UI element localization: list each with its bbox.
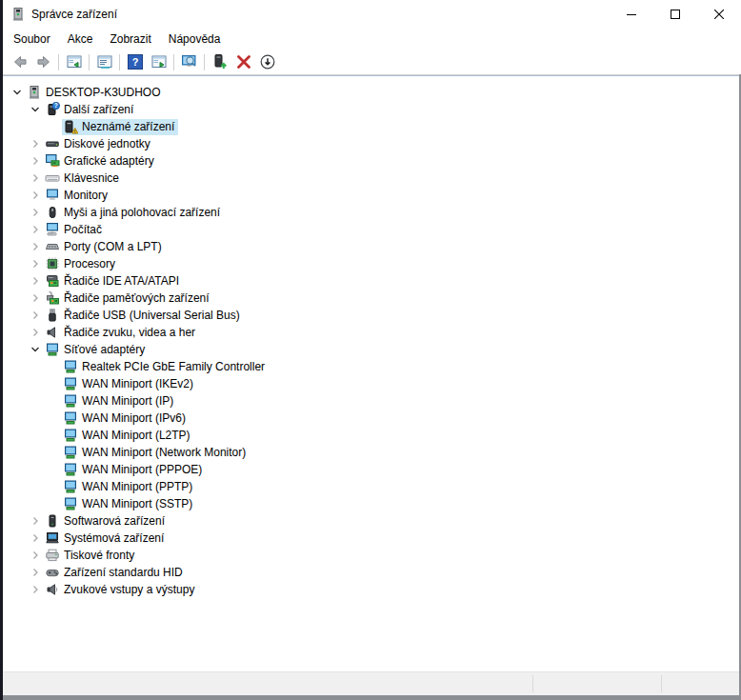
help-button[interactable]: ? xyxy=(123,50,147,73)
chevron-collapsed-icon[interactable] xyxy=(27,547,44,564)
tree-item-mysi-a-jina-polohovaci-zarizeni[interactable]: Myši a jiná polohovací zařízení xyxy=(3,204,741,221)
row-content[interactable]: Diskové jednotky xyxy=(44,136,154,152)
chevron-collapsed-icon[interactable] xyxy=(27,170,44,187)
chevron-collapsed-icon[interactable] xyxy=(27,564,44,581)
scan-hardware-changes-button[interactable] xyxy=(177,50,201,73)
tree-item-desktop-k3udhoo[interactable]: DESKTOP-K3UDHOO xyxy=(3,84,741,101)
row-content[interactable]: Procesory xyxy=(44,256,119,272)
tree-item-klavesnice[interactable]: Klávesnice xyxy=(3,170,741,187)
menu-zobrazit[interactable]: Zobrazit xyxy=(101,30,159,49)
row-content[interactable]: ?Další zařízení xyxy=(44,102,137,118)
tree-item-radice-usb[interactable]: Řadiče USB (Universal Serial Bus) xyxy=(3,307,741,324)
tree-item-wan-miniport-pppoe[interactable]: WAN Miniport (PPPOE) xyxy=(3,461,741,478)
row-content[interactable]: Systémová zařízení xyxy=(44,530,168,547)
row-content[interactable]: Řadiče IDE ATA/ATAPI xyxy=(44,273,183,290)
update-driver-button[interactable] xyxy=(208,50,231,73)
tree-item-label: WAN Miniport (IP) xyxy=(81,393,176,409)
row-content[interactable]: WAN Miniport (IP) xyxy=(62,393,177,410)
tree-item-monitory[interactable]: Monitory xyxy=(3,187,741,204)
tree-item-systemova-zarizeni[interactable]: Systémová zařízení xyxy=(3,530,741,547)
tree-item-softwarova-zarizeni[interactable]: Softwarová zařízení xyxy=(3,512,741,530)
row-content[interactable]: Zvukové vstupy a výstupy xyxy=(44,582,198,598)
row-content[interactable]: WAN Miniport (L2TP) xyxy=(62,428,194,444)
uninstall-device-button[interactable] xyxy=(231,50,255,73)
menu-soubor[interactable]: Soubor xyxy=(5,30,59,49)
close-button[interactable] xyxy=(697,0,741,29)
tree-item-wan-miniport-pptp[interactable]: WAN Miniport (PPTP) xyxy=(3,478,741,495)
tree-item-wan-miniport-l2tp[interactable]: WAN Miniport (L2TP) xyxy=(3,427,741,444)
row-content[interactable]: Monitory xyxy=(44,188,111,204)
chevron-collapsed-icon[interactable] xyxy=(27,135,44,152)
tree-item-radice-zvuku-videa-a-her[interactable]: Řadiče zvuku, videa a her xyxy=(3,324,741,341)
tree-item-radice-ide-ata-atapi[interactable]: Řadiče IDE ATA/ATAPI xyxy=(3,272,741,290)
tree-item-realtek-pcie-gbe-family-controller[interactable]: Realtek PCIe GbE Family Controller xyxy=(3,358,741,375)
row-content[interactable]: DESKTOP-K3UDHOO xyxy=(26,85,164,101)
row-content[interactable]: Porty (COM a LPT) xyxy=(44,239,166,255)
tree-item-porty-com-a-lpt[interactable]: Porty (COM a LPT) xyxy=(3,238,741,255)
tree-item-sitove-adaptery[interactable]: Síťové adaptéry xyxy=(3,341,741,358)
tree-item-procesory[interactable]: Procesory xyxy=(3,255,741,272)
chevron-collapsed-icon[interactable] xyxy=(27,204,44,221)
row-content[interactable]: Zařízení standardu HID xyxy=(44,565,187,581)
chevron-expanded-icon[interactable] xyxy=(9,84,26,101)
chevron-collapsed-icon[interactable] xyxy=(27,530,44,547)
sound-icon xyxy=(45,325,60,340)
tree-item-wan-miniport-ip[interactable]: WAN Miniport (IP) xyxy=(3,392,741,410)
row-content[interactable]: Softwarová zařízení xyxy=(44,513,169,530)
row-content[interactable]: Grafické adaptéry xyxy=(44,153,158,170)
chevron-collapsed-icon[interactable] xyxy=(27,324,44,341)
chevron-collapsed-icon[interactable] xyxy=(27,290,44,307)
row-content[interactable]: Řadiče zvuku, videa a her xyxy=(44,325,199,341)
row-content[interactable]: WAN Miniport (IKEv2) xyxy=(62,376,197,392)
tree-item-tiskove-fronty[interactable]: Tiskové fronty xyxy=(3,547,741,564)
row-content[interactable]: Realtek PCIe GbE Family Controller xyxy=(62,359,269,375)
disable-device-button[interactable] xyxy=(255,50,279,73)
tree-item-graficke-adaptery[interactable]: Grafické adaptéry xyxy=(3,152,741,170)
tree-item-zarizeni-standardu-hid[interactable]: Zařízení standardu HID xyxy=(3,564,741,581)
tree-item-dalsi-zarizeni[interactable]: ?Další zařízení xyxy=(3,101,741,118)
toolbar-separator xyxy=(58,54,59,70)
row-content[interactable]: WAN Miniport (IPv6) xyxy=(62,410,190,427)
chevron-collapsed-icon[interactable] xyxy=(27,307,44,324)
tree-item-radice-pametovych-zarizeni[interactable]: Řadiče paměťových zařízení xyxy=(3,290,741,307)
row-content[interactable]: WAN Miniport (PPPOE) xyxy=(62,462,206,478)
row-content[interactable]: WAN Miniport (SSTP) xyxy=(62,496,196,512)
chevron-collapsed-icon[interactable] xyxy=(27,187,44,204)
row-content[interactable]: Síťové adaptéry xyxy=(44,342,149,358)
row-content[interactable]: Řadiče USB (Universal Serial Bus) xyxy=(44,308,244,324)
maximize-button[interactable] xyxy=(653,0,697,29)
chevron-expanded-icon[interactable] xyxy=(27,341,44,358)
chevron-collapsed-icon[interactable] xyxy=(27,581,44,598)
chevron-collapsed-icon[interactable] xyxy=(27,255,44,272)
chevron-collapsed-icon[interactable] xyxy=(27,152,44,170)
row-content[interactable]: WAN Miniport (PPTP) xyxy=(62,479,196,495)
chevron-expanded-icon[interactable] xyxy=(27,101,44,118)
chevron-collapsed-icon[interactable] xyxy=(27,512,44,530)
minimize-button[interactable] xyxy=(610,0,653,29)
row-content[interactable]: Myši a jiná polohovací zařízení xyxy=(44,205,224,221)
row-content[interactable]: WAN Miniport (Network Monitor) xyxy=(62,445,250,461)
properties-button[interactable] xyxy=(92,50,116,73)
chevron-collapsed-icon[interactable] xyxy=(27,272,44,290)
menu-napoveda[interactable]: Nápověda xyxy=(160,30,230,49)
forward-button[interactable] xyxy=(31,50,55,73)
tree-item-wan-miniport-sstp[interactable]: WAN Miniport (SSTP) xyxy=(3,495,741,512)
row-content[interactable]: Počítač xyxy=(44,222,106,238)
selected-row-highlight[interactable]: Neznámé zařízení xyxy=(62,119,178,135)
show-console-tree-button[interactable] xyxy=(62,50,86,73)
chevron-collapsed-icon[interactable] xyxy=(27,221,44,238)
row-content[interactable]: Klávesnice xyxy=(44,170,123,187)
tree-item-pocitac[interactable]: Počítač xyxy=(3,221,741,238)
action-pane-button[interactable] xyxy=(147,50,170,73)
tree-item-nezname-zarizeni[interactable]: Neznámé zařízení xyxy=(3,118,741,135)
chevron-collapsed-icon[interactable] xyxy=(27,238,44,255)
tree-item-wan-miniport-ipv6[interactable]: WAN Miniport (IPv6) xyxy=(3,410,741,427)
tree-item-zvukove-vstupy-a-vystupy[interactable]: Zvukové vstupy a výstupy xyxy=(3,581,741,598)
tree-item-wan-miniport-network-monitor[interactable]: WAN Miniport (Network Monitor) xyxy=(3,444,741,461)
row-content[interactable]: Tiskové fronty xyxy=(44,548,138,564)
tree-item-wan-miniport-ikev2[interactable]: WAN Miniport (IKEv2) xyxy=(3,375,741,392)
tree-item-diskove-jednotky[interactable]: Diskové jednotky xyxy=(3,135,741,152)
row-content[interactable]: Řadiče paměťových zařízení xyxy=(44,290,213,307)
menu-akce[interactable]: Akce xyxy=(59,30,102,49)
back-button[interactable] xyxy=(8,50,31,73)
